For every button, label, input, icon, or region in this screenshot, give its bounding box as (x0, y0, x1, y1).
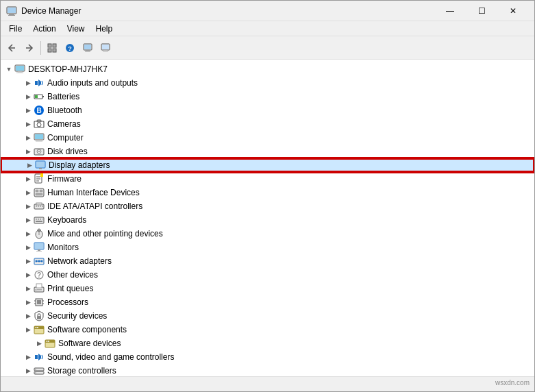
root-expand-icon[interactable]: ▼ (3, 64, 14, 75)
tree-item-softwarecomponents[interactable]: ▶Software components (1, 323, 534, 336)
tree-item-softwaredevices[interactable]: ▶Software devices (1, 336, 534, 350)
svg-rect-18 (103, 50, 108, 51)
diskdrives-label: Disk drives (47, 147, 88, 156)
soundvideo-label: Sound, video and game controllers (47, 352, 174, 362)
back-button[interactable] (3, 40, 20, 56)
maximize-button[interactable]: ☐ (466, 1, 497, 21)
keyboards-icon (34, 215, 45, 225)
svg-rect-34 (35, 134, 43, 139)
tree-item-displayadapters[interactable]: ▶Display adapters (1, 158, 534, 172)
window-title: Device Manager (21, 6, 434, 16)
diskdrives-expand-icon[interactable]: ▶ (23, 146, 34, 157)
keyboards-expand-icon[interactable]: ▶ (23, 215, 34, 225)
tree-item-batteries[interactable]: ▶Batteries (1, 90, 534, 103)
svg-rect-54 (38, 206, 39, 207)
tree-item-computer[interactable]: ▶Computer (1, 131, 534, 145)
hid-expand-icon[interactable]: ▶ (23, 187, 34, 198)
otherdevices-label: Other devices (47, 270, 98, 280)
svg-rect-63 (36, 221, 42, 222)
menu-help[interactable]: Help (90, 23, 119, 35)
tree-item-keyboards[interactable]: ▶Keyboards (1, 213, 534, 227)
svg-rect-79 (36, 284, 42, 288)
svg-rect-55 (40, 206, 41, 207)
otherdevices-expand-icon[interactable]: ▶ (23, 269, 34, 280)
tree-item-otherdevices[interactable]: ▶?Other devices (1, 268, 534, 282)
tree-item-monitors[interactable]: ▶Monitors (1, 241, 534, 254)
displayadapters-expand-icon[interactable]: ▶ (24, 160, 35, 171)
printqueues-icon (34, 283, 45, 294)
bluetooth-expand-icon[interactable]: ▶ (23, 105, 34, 116)
tree-item-securitydevices[interactable]: ▶Security devices (1, 309, 534, 323)
svg-point-39 (38, 151, 40, 152)
batteries-label: Batteries (47, 92, 79, 101)
tree-item-soundvideo[interactable]: ▶Sound, video and game controllers (1, 350, 534, 364)
tree-item-diskdrives[interactable]: ▶Disk drives (1, 145, 534, 158)
networkadapters-expand-icon[interactable]: ▶ (23, 256, 34, 267)
svg-point-101 (35, 372, 36, 373)
tree-item-mice[interactable]: ▶Mice and other pointing devices (1, 227, 534, 241)
tree-item-cameras[interactable]: ▶Cameras (1, 117, 534, 131)
printqueues-label: Print queues (47, 284, 93, 293)
hid-label: Human Interface Devices (47, 188, 140, 197)
cameras-expand-icon[interactable]: ▶ (23, 119, 34, 130)
tree-item-printqueues[interactable]: ▶Print queues (1, 282, 534, 295)
softwaredevices-expand-icon[interactable]: ▶ (34, 338, 45, 349)
svg-rect-1 (9, 14, 14, 15)
svg-rect-6 (48, 44, 51, 47)
batteries-expand-icon[interactable]: ▶ (23, 91, 34, 102)
tree-root-item[interactable]: ▼ DESKTOP-MHJ7HK7 (1, 62, 534, 76)
properties-button[interactable] (44, 40, 60, 56)
tree-item-networkadapters[interactable]: ▶Network adapters (1, 254, 534, 268)
storagecontrollers-icon (34, 365, 45, 376)
firmware-label: Firmware (47, 174, 82, 184)
menu-view[interactable]: View (62, 23, 90, 35)
svg-rect-2 (8, 15, 15, 16)
securitydevices-expand-icon[interactable]: ▶ (23, 310, 34, 321)
storagecontrollers-expand-icon[interactable]: ▶ (23, 365, 34, 376)
svg-rect-62 (42, 219, 42, 220)
mice-label: Mice and other pointing devices (47, 229, 163, 238)
tree-item-bluetooth[interactable]: ▶BBluetooth (1, 103, 534, 117)
svg-rect-13 (84, 45, 91, 49)
tree-item-audio[interactable]: ▶Audio inputs and outputs (1, 76, 534, 90)
svg-point-80 (36, 289, 37, 291)
minimize-button[interactable]: — (434, 1, 466, 21)
computer-expand-icon[interactable]: ▶ (23, 132, 34, 143)
tree-item-storagecontrollers[interactable]: ▶Storage controllers (1, 364, 534, 376)
tree-item-ide[interactable]: ▶IDE ATA/ATAPI controllers (1, 199, 534, 213)
svg-rect-70 (36, 251, 42, 252)
svg-rect-7 (53, 44, 56, 47)
cameras-icon (34, 119, 45, 130)
otherdevices-icon: ? (34, 269, 45, 280)
help-button[interactable]: ? (62, 40, 78, 56)
forward-button[interactable] (21, 40, 38, 56)
svg-rect-3 (8, 8, 16, 13)
device-manager-button[interactable] (97, 40, 114, 56)
soundvideo-expand-icon[interactable]: ▶ (23, 352, 34, 363)
svg-rect-27 (35, 95, 38, 98)
tree-item-hid[interactable]: ▶Human Interface Devices (1, 186, 534, 199)
svg-point-96 (48, 341, 49, 342)
close-button[interactable]: ✕ (497, 1, 529, 21)
scan-button[interactable] (79, 40, 96, 56)
processors-expand-icon[interactable]: ▶ (23, 297, 34, 308)
computer-label: Computer (47, 133, 84, 143)
ide-expand-icon[interactable]: ▶ (23, 201, 34, 212)
monitors-expand-icon[interactable]: ▶ (23, 242, 34, 253)
menu-file[interactable]: File (3, 23, 27, 35)
audio-expand-icon[interactable]: ▶ (23, 77, 34, 88)
svg-rect-59 (36, 219, 37, 220)
softwarecomponents-expand-icon[interactable]: ▶ (23, 324, 34, 335)
svg-rect-60 (38, 219, 39, 220)
svg-rect-88 (37, 316, 41, 319)
tree-item-processors[interactable]: ▶Processors (1, 295, 534, 309)
printqueues-expand-icon[interactable]: ▶ (23, 283, 34, 294)
tree-item-firmware[interactable]: ▶Firmware (1, 172, 534, 186)
tree-view[interactable]: ▼ DESKTOP-MHJ7HK7 ▶Audio inputs and outp… (1, 60, 534, 376)
softwaredevices-icon (45, 338, 55, 349)
monitors-icon (34, 242, 45, 253)
mice-expand-icon[interactable]: ▶ (23, 228, 34, 239)
firmware-expand-icon[interactable]: ▶ (23, 173, 34, 184)
svg-rect-69 (38, 249, 40, 251)
menu-action[interactable]: Action (27, 23, 61, 35)
